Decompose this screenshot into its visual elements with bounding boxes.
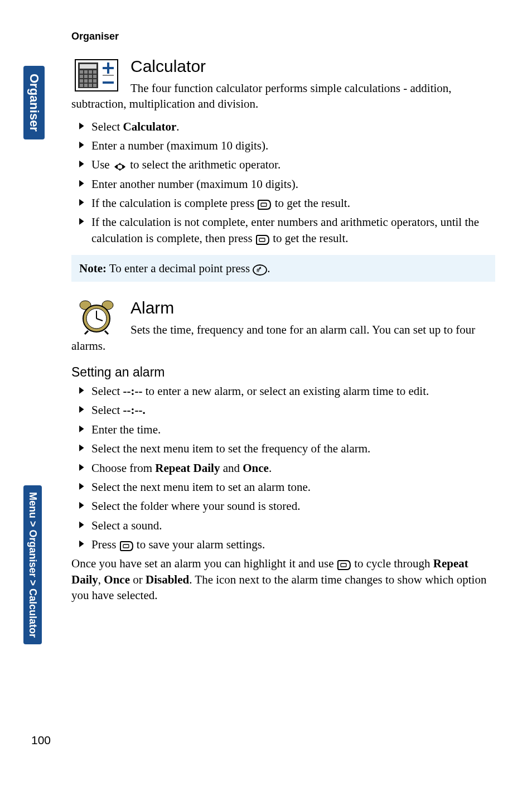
step-folder: Select the folder where your sound is st… [78,498,495,514]
text: Press [91,538,119,551]
bold-once: Once [104,573,130,586]
text: Select [91,403,123,417]
svg-rect-13 [89,79,92,83]
select-key-icon [257,199,272,210]
text: to cycle through [351,557,433,570]
step-sound: Select a sound. [78,518,495,533]
svg-rect-17 [89,84,92,87]
text: Once you have set an alarm you can highl… [71,557,337,570]
svg-rect-15 [80,84,83,87]
hash-key-icon: # [253,264,267,275]
svg-rect-6 [93,70,96,74]
bold-once: Once [243,461,269,475]
bold-placeholder: --:-- [123,384,143,398]
svg-rect-4 [84,70,88,74]
svg-rect-11 [80,79,83,83]
alarm-steps: Select --:-- to enter a new alarm, or se… [78,383,495,552]
text: and [220,461,243,475]
text: Select [91,120,123,133]
alarm-section: Alarm Sets the time, frequency and tone … [71,297,495,603]
text: Select [91,384,123,398]
sidebar-tab-breadcrumb: Menu > Organiser > Calculator [23,485,42,644]
svg-rect-27 [259,238,265,242]
step-enter-number: Enter a number (maximum 10 digits). [78,138,495,153]
svg-rect-18 [93,84,96,87]
text: . [267,262,270,275]
step-select-calculator: Select Calculator. [78,119,495,134]
step-frequency: Select the next menu item to set the fre… [78,441,495,456]
svg-rect-3 [80,70,83,74]
step-enter-another: Enter another number (maximum 10 digits)… [78,176,495,192]
alarm-intro: Sets the time, frequency and tone for an… [71,322,495,354]
svg-rect-12 [84,79,88,83]
calculator-intro: The four function calculator performs si… [71,80,495,112]
svg-rect-2 [80,64,96,69]
svg-rect-8 [84,75,88,78]
page-number: 100 [31,734,51,747]
select-key-icon [337,559,351,570]
note-text: To enter a decimal point press [107,262,253,275]
step-save: Press to save your alarm settings. [78,537,495,552]
svg-line-36 [85,331,88,334]
select-key-icon [255,234,270,245]
bold-repeat-daily: Repeat Daily [155,461,220,475]
sidebar-tab-organiser: Organiser [23,66,45,139]
step-complete: If the calculation is complete press to … [78,195,495,211]
text: to save your alarm settings. [134,538,265,551]
calculator-steps: Select Calculator. Enter a number (maxim… [78,119,495,246]
bold-disabled: Disabled [146,573,189,586]
step-tone: Select the next menu item to set an alar… [78,479,495,495]
text: or [130,573,146,586]
svg-rect-10 [93,75,96,78]
svg-rect-26 [261,203,267,206]
text: to select the arithmetic operator. [127,158,280,171]
text: . [176,120,179,133]
step-select-new-alarm: Select --:-- to enter a new alarm, or se… [78,383,495,399]
svg-line-37 [105,331,108,334]
text: . [269,461,272,475]
calculator-section: Calculator The four function calculator … [71,56,495,282]
alarm-clock-icon [71,297,122,336]
alarm-title: Alarm [71,297,495,317]
svg-rect-38 [123,544,129,548]
svg-rect-14 [93,79,96,83]
alarm-paragraph: Once you have set an alarm you can highl… [71,556,495,603]
calculator-title: Calculator [71,56,495,76]
select-key-icon [119,540,134,551]
svg-rect-39 [341,563,346,567]
text: If the calculation is complete press [91,196,257,210]
step-enter-time: Enter the time. [78,422,495,437]
svg-rect-5 [89,70,92,74]
step-select-entry: Select --:--. [78,402,495,418]
text: to get the result. [272,196,350,210]
note-box: Note: To enter a decimal point press #. [71,255,495,282]
svg-point-28 [253,265,267,275]
page-header: Organiser [71,31,119,42]
setting-alarm-heading: Setting an alarm [71,365,495,380]
text: Choose from [91,461,155,475]
step-not-complete: If the calculation is not complete, ente… [78,214,495,246]
calculator-icon [71,56,122,95]
text: , [98,573,104,586]
svg-rect-7 [80,75,83,78]
svg-text:#: # [257,267,260,273]
page-content: Calculator The four function calculator … [71,56,495,603]
text: to enter a new alarm, or select an exist… [143,384,429,398]
step-select-operator: Use to select the arithmetic operator. [78,157,495,172]
navigation-key-icon [113,161,127,172]
svg-rect-16 [84,84,88,87]
text: to get the result. [270,232,349,245]
svg-rect-9 [89,75,92,78]
step-choose-repeat: Choose from Repeat Daily and Once. [78,460,495,476]
bold-calculator: Calculator [123,120,177,133]
note-label: Note: [79,262,107,275]
text: Use [91,158,113,171]
bold-placeholder: --:--. [123,403,146,417]
